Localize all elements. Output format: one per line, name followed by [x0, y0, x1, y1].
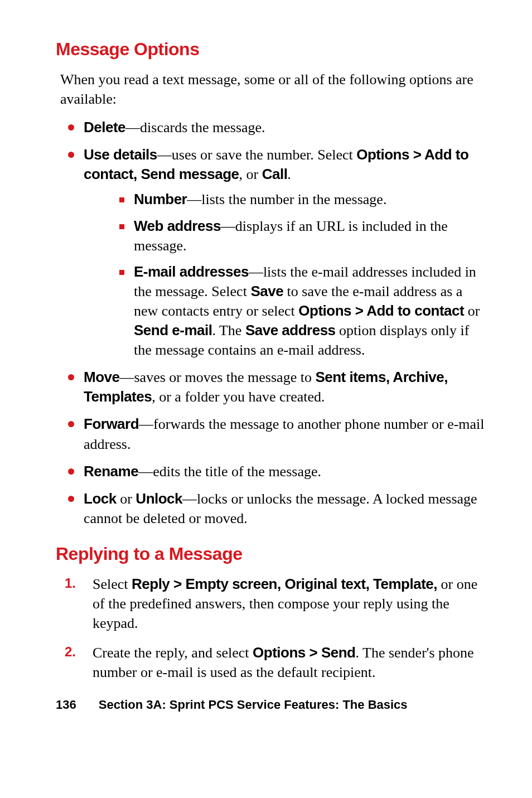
text: . The: [212, 322, 245, 338]
text: , or: [239, 166, 262, 182]
text: —uses or save the number. Select: [157, 147, 356, 163]
term-unlock: Unlock: [136, 490, 182, 507]
section-title: Section 3A: Sprint PCS Service Features:…: [99, 698, 408, 712]
options-list: Delete—discards the message. Use details…: [64, 118, 490, 528]
save-label: Save: [250, 283, 283, 299]
reply-path: Reply > Empty screen, Original text, Tem…: [132, 575, 437, 592]
list-item: Use details—uses or save the number. Sel…: [64, 145, 490, 360]
list-item: Forward—forwards the message to another …: [64, 414, 490, 453]
options-path: Options > Add to contact: [298, 302, 464, 319]
term-number: Number: [134, 191, 187, 207]
text: or: [117, 491, 136, 507]
list-item: Number—lists the number in the message.: [117, 190, 490, 209]
text: .: [287, 166, 291, 182]
call-label: Call: [262, 166, 288, 182]
text: Create the reply, and select: [93, 645, 253, 661]
step-item: Create the reply, and select Options > S…: [61, 643, 490, 682]
term-rename: Rename: [84, 463, 138, 480]
heading-replying: Replying to a Message: [56, 544, 490, 564]
sub-list: Number—lists the number in the message. …: [117, 190, 490, 360]
page-footer: 136 Section 3A: Sprint PCS Service Featu…: [56, 698, 490, 712]
save-address-label: Save address: [245, 322, 336, 338]
list-item: Rename—edits the title of the message.: [64, 462, 490, 481]
heading-message-options: Message Options: [56, 39, 490, 60]
send-email-label: Send e-mail: [134, 322, 212, 338]
term-delete: Delete: [84, 119, 125, 136]
page-number: 136: [56, 698, 76, 712]
list-item: Move—saves or moves the message to Sent …: [64, 367, 490, 407]
term-web-address: Web address: [134, 217, 221, 234]
list-item: E-mail addresses—lists the e-mail addres…: [117, 262, 490, 360]
list-item: Web address—displays if an URL is includ…: [117, 216, 490, 255]
term-email-addresses: E-mail addresses: [134, 263, 249, 280]
text: —lists the number in the message.: [187, 191, 386, 207]
term-use-details: Use details: [84, 146, 157, 163]
options-send-path: Options > Send: [253, 644, 355, 661]
list-item: Lock or Unlock—locks or unlocks the mess…: [64, 489, 490, 528]
text: Select: [93, 576, 132, 592]
term-move: Move: [84, 369, 119, 385]
reply-steps: Select Reply > Empty screen, Original te…: [61, 574, 490, 682]
list-item: Delete—discards the message.: [64, 118, 490, 137]
step-item: Select Reply > Empty screen, Original te…: [61, 574, 490, 633]
term-forward: Forward: [84, 415, 139, 432]
intro-text: When you read a text message, some or al…: [60, 70, 490, 109]
text: —saves or moves the message to: [119, 369, 315, 385]
term-lock: Lock: [84, 490, 117, 507]
text: or: [464, 303, 480, 319]
text: —forwards the message to another phone n…: [84, 416, 485, 452]
text: , or a folder you have created.: [152, 389, 325, 405]
desc-delete: —discards the message.: [125, 119, 265, 136]
text: —edits the title of the message.: [138, 463, 321, 480]
